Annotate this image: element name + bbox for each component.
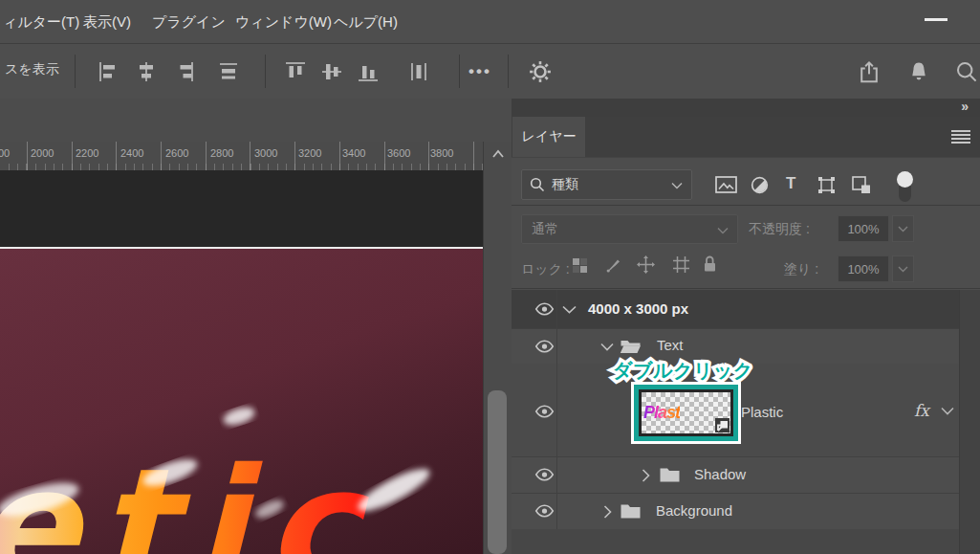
- panel-menu-icon[interactable]: [951, 130, 970, 144]
- menu-view[interactable]: 表示(V): [83, 0, 131, 43]
- divider: [512, 205, 980, 206]
- canvas-vertical-scrollbar[interactable]: [483, 142, 512, 554]
- layer-filter-dropdown[interactable]: 種類: [521, 169, 692, 200]
- pasteboard: etic: [0, 170, 483, 554]
- blend-mode-value: 通常: [532, 221, 558, 238]
- horizontal-ruler: 00 2000 2200 2400 2600 2800 3000 3200 34…: [0, 142, 483, 171]
- ruler-label: 2000: [31, 147, 54, 159]
- panel-scrollbar-track[interactable]: [959, 290, 980, 554]
- lock-label: ロック :: [521, 261, 570, 278]
- separator: [75, 55, 76, 88]
- bell-icon[interactable]: [905, 58, 932, 85]
- fill-value[interactable]: 100%: [838, 255, 889, 282]
- visibility-eye-icon-background[interactable]: [534, 504, 555, 518]
- ruler-label: 2600: [165, 147, 188, 159]
- scrollbar-thumb[interactable]: [488, 390, 507, 554]
- layer-plastic-name[interactable]: Plastic: [741, 404, 783, 420]
- canvas-zone: 00 2000 2200 2400 2600 2800 3000 3200 34…: [0, 99, 512, 554]
- align-middle-vertical-icon[interactable]: [318, 58, 345, 85]
- toggle-knob: [897, 171, 913, 188]
- distribute-vertical-icon[interactable]: [405, 58, 432, 85]
- visibility-eye-icon-artboard[interactable]: [534, 302, 555, 316]
- chevron-right-icon[interactable]: [642, 469, 650, 482]
- artboard-row[interactable]: 4000 x 3000 px: [512, 290, 959, 329]
- ruler-label: 3000: [254, 147, 277, 159]
- chevron-down-icon: [898, 266, 908, 273]
- menu-bar: ィルター(T) 表示(V) プラグイン ウィンドウ(W) ヘルプ(H): [0, 0, 980, 44]
- layer-plastic-thumbnail[interactable]: Plast: [634, 385, 738, 441]
- double-click-annotation: ダブルクリック ダブルクリック: [613, 358, 753, 384]
- separator: [265, 55, 266, 88]
- chevron-down-icon: [671, 182, 683, 189]
- more-options-button[interactable]: •••: [464, 58, 496, 85]
- menu-help[interactable]: ヘルプ(H): [334, 0, 398, 43]
- minimize-button[interactable]: [925, 18, 947, 21]
- lock-pixels-brush-icon[interactable]: [605, 255, 623, 277]
- lock-artboard-icon[interactable]: [672, 255, 690, 277]
- photoshop-window: ィルター(T) 表示(V) プラグイン ウィンドウ(W) ヘルプ(H) スを表示: [0, 0, 980, 554]
- gear-icon[interactable]: [527, 58, 554, 85]
- filter-pixel-layers-icon[interactable]: [715, 176, 737, 197]
- menu-filter[interactable]: ィルター(T): [3, 0, 79, 43]
- align-bottom-icon[interactable]: [355, 58, 381, 85]
- group-text-name[interactable]: Text: [657, 337, 684, 353]
- eye-column-divider: [556, 290, 557, 529]
- fill-dropdown-button[interactable]: [892, 255, 914, 282]
- align-center-horizontal-icon[interactable]: [133, 58, 160, 85]
- smart-object-badge-icon: [715, 418, 730, 432]
- fill-label: 塗り :: [784, 261, 818, 278]
- group-shadow-name[interactable]: Shadow: [694, 466, 746, 482]
- scroll-up-arrow-icon[interactable]: [491, 149, 505, 159]
- ruler-label: 2400: [120, 147, 143, 159]
- chevron-down-icon: [717, 227, 729, 234]
- ruler-label: 3400: [342, 147, 365, 159]
- visibility-eye-icon-plastic[interactable]: [534, 405, 555, 418]
- filter-adjustment-layers-icon[interactable]: [751, 176, 769, 198]
- ruler-label: 3600: [387, 147, 410, 159]
- annotation-text: ダブルクリック: [613, 360, 753, 381]
- tab-layers[interactable]: レイヤー: [512, 117, 585, 157]
- lock-position-icon[interactable]: [637, 255, 655, 277]
- artboard-name[interactable]: 4000 x 3000 px: [588, 300, 688, 317]
- align-top-icon[interactable]: [282, 58, 309, 85]
- group-row-background[interactable]: Background: [512, 493, 959, 530]
- visibility-eye-icon-text[interactable]: [534, 340, 555, 353]
- chevron-down-icon[interactable]: [600, 343, 614, 351]
- collapse-panel-icon[interactable]: »: [961, 99, 969, 117]
- ruler-label: 3800: [430, 147, 453, 159]
- options-bar: スを表示 •••: [0, 44, 980, 100]
- layers-panel: » レイヤー 種類 T: [512, 99, 980, 554]
- ruler-label: 3200: [298, 147, 321, 159]
- ellipsis-icon: •••: [468, 62, 491, 81]
- filter-smart-objects-icon[interactable]: [852, 176, 871, 198]
- opacity-dropdown-button[interactable]: [892, 215, 914, 242]
- fx-badge[interactable]: fx: [914, 401, 929, 420]
- chevron-right-icon[interactable]: [603, 505, 612, 519]
- glossy-text-artwork: etic: [0, 356, 480, 554]
- filter-type-layers-icon[interactable]: T: [786, 174, 795, 193]
- lock-all-icon[interactable]: [702, 255, 718, 277]
- group-row-shadow[interactable]: Shadow: [512, 456, 959, 494]
- chevron-down-icon[interactable]: [941, 407, 954, 415]
- separator: [508, 55, 509, 88]
- document-canvas[interactable]: etic: [0, 249, 483, 554]
- filter-on-toggle[interactable]: [897, 171, 914, 203]
- align-left-icon[interactable]: [96, 58, 122, 85]
- search-icon: [530, 177, 545, 192]
- menu-window[interactable]: ウィンドウ(W): [235, 0, 332, 43]
- group-background-name[interactable]: Background: [656, 502, 732, 519]
- menu-plugins[interactable]: プラグイン: [152, 0, 226, 43]
- filter-shape-layers-icon[interactable]: [817, 176, 836, 198]
- search-icon[interactable]: [953, 58, 980, 85]
- separator: [459, 55, 460, 88]
- ruler-label: 2800: [210, 147, 233, 159]
- lock-transparency-icon[interactable]: [572, 257, 588, 277]
- visibility-eye-icon-shadow[interactable]: [534, 468, 555, 481]
- align-right-icon[interactable]: [170, 58, 197, 85]
- share-icon[interactable]: [856, 58, 882, 85]
- ruler-label: 2200: [76, 147, 98, 159]
- distribute-horizontal-icon[interactable]: [215, 58, 242, 85]
- blend-mode-dropdown[interactable]: 通常: [521, 214, 738, 244]
- chevron-down-icon[interactable]: [562, 305, 577, 314]
- opacity-value[interactable]: 100%: [838, 215, 889, 242]
